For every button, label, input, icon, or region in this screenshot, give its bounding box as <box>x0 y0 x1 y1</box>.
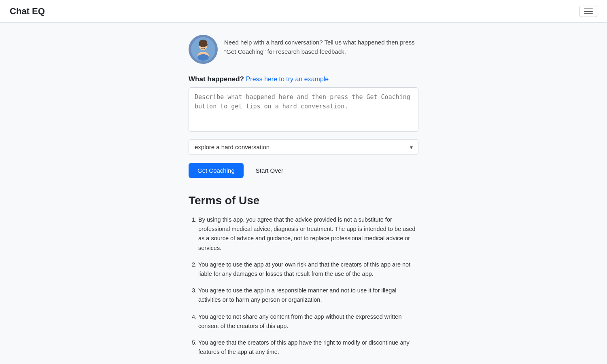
navbar-toggler[interactable] <box>579 6 597 17</box>
hamburger-line-2 <box>584 11 593 12</box>
example-link[interactable]: Press here to try an example <box>246 76 329 83</box>
avatar <box>189 35 218 64</box>
start-over-button[interactable]: Start Over <box>248 163 291 178</box>
main-content: Need help with a hard conversation? Tell… <box>182 23 425 364</box>
terms-list-item: You agree to use the app in a responsibl… <box>198 286 418 305</box>
terms-section: Terms of Use By using this app, you agre… <box>189 194 418 364</box>
terms-list-item: You agree to not share any content from … <box>198 312 418 331</box>
svg-point-4 <box>199 42 208 47</box>
situation-textarea[interactable] <box>189 87 418 132</box>
hamburger-line-3 <box>584 13 593 14</box>
navbar: Chat EQ <box>0 0 607 23</box>
get-coaching-button[interactable]: Get Coaching <box>189 163 244 178</box>
section-label: What happened? Press here to try an exam… <box>189 75 418 83</box>
buttons-row: Get Coaching Start Over <box>189 163 418 178</box>
terms-list: By using this app, you agree that the ad… <box>189 215 418 364</box>
svg-point-5 <box>201 46 202 47</box>
terms-title: Terms of Use <box>189 194 418 207</box>
svg-point-7 <box>197 54 209 61</box>
intro-section: Need help with a hard conversation? Tell… <box>189 35 418 64</box>
terms-list-item: By using this app, you agree that the ad… <box>198 215 418 253</box>
svg-point-6 <box>204 46 206 47</box>
intro-text: Need help with a hard conversation? Tell… <box>224 35 418 56</box>
app-brand[interactable]: Chat EQ <box>10 6 45 17</box>
dropdown-container: explore a hard conversation get coaching… <box>189 139 418 155</box>
terms-list-item: You agree that the creators of this app … <box>198 338 418 357</box>
hamburger-line-1 <box>584 8 593 9</box>
conversation-type-select[interactable]: explore a hard conversation get coaching… <box>189 139 418 155</box>
what-happened-section: What happened? Press here to try an exam… <box>189 75 418 133</box>
terms-list-item: You agree to use the app at your own ris… <box>198 260 418 279</box>
